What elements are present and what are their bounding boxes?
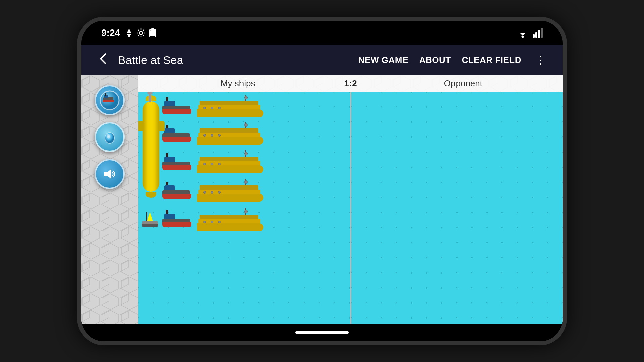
status-icons [125, 28, 156, 38]
svg-line-10 [138, 35, 139, 36]
time-display: 9:24 [101, 27, 120, 38]
about-button[interactable]: ABOUT [419, 55, 451, 65]
tugboat-1 [162, 97, 196, 117]
my-ships-board[interactable] [138, 92, 351, 324]
svg-marker-14 [520, 33, 525, 36]
svg-line-7 [138, 30, 139, 31]
warship-1 [197, 95, 264, 119]
svg-point-16 [522, 36, 524, 38]
settings-icon [136, 28, 146, 38]
wifi-icon [517, 28, 529, 38]
submarine-vertical [142, 95, 160, 209]
warship-5 [197, 208, 264, 233]
tugboat-3 [162, 153, 196, 173]
main-content: My ships 1:2 Opponent [81, 75, 563, 324]
ship-icon-1 [99, 90, 120, 111]
ship-selector-btn-2[interactable] [95, 122, 125, 152]
menu-items: NEW GAME ABOUT CLEAR FIELD ⋮ [358, 52, 549, 68]
side-button-power [77, 71, 80, 75]
app-title: Battle at Sea [118, 54, 352, 67]
more-button[interactable]: ⋮ [532, 52, 549, 68]
my-ships-label: My ships [138, 78, 337, 89]
svg-marker-32 [104, 169, 111, 179]
warship-3 [197, 150, 264, 175]
score-header: My ships 1:2 Opponent [138, 75, 563, 92]
sidebar [81, 75, 138, 324]
tugboat-5 [162, 210, 196, 230]
battery-icon [149, 28, 156, 38]
warship-4 [197, 179, 264, 203]
power-button[interactable] [564, 108, 567, 135]
svg-marker-0 [127, 29, 131, 33]
svg-marker-1 [127, 34, 131, 38]
svg-line-9 [143, 30, 144, 31]
opponent-board[interactable] [351, 92, 563, 324]
phone-frame: 9:24 [77, 17, 567, 345]
svg-rect-20 [541, 28, 543, 38]
nav-indicator [295, 331, 349, 334]
tugboat-2 [162, 125, 196, 145]
opponent-label: Opponent [364, 78, 563, 89]
svg-rect-19 [538, 30, 540, 38]
back-button[interactable] [95, 49, 111, 71]
svg-rect-17 [533, 34, 535, 38]
sound-icon [101, 166, 118, 182]
status-left: 9:24 [101, 27, 156, 38]
warship-2 [197, 122, 264, 146]
svg-point-2 [139, 31, 143, 35]
ship-icon-2 [101, 129, 118, 145]
app-bar: Battle at Sea NEW GAME ABOUT CLEAR FIELD… [81, 45, 563, 75]
svg-rect-13 [150, 30, 155, 36]
score-display: 1:2 [337, 78, 364, 89]
svg-rect-12 [151, 28, 154, 30]
svg-line-8 [143, 35, 144, 36]
clear-field-button[interactable]: CLEAR FIELD [462, 55, 521, 65]
data-icon [125, 28, 133, 38]
game-area: My ships 1:2 Opponent [138, 75, 563, 324]
board-dots-right [351, 92, 563, 324]
new-game-button[interactable]: NEW GAME [358, 55, 409, 65]
bottom-bar [81, 324, 563, 341]
svg-rect-28 [103, 100, 114, 102]
svg-rect-29 [105, 93, 106, 96]
ship-selector-btn-1[interactable] [95, 85, 125, 115]
sailboat [142, 212, 160, 230]
status-bar: 9:24 [81, 21, 563, 45]
signal-icon [533, 28, 543, 38]
network-icons [517, 28, 543, 38]
boards-container [138, 92, 563, 324]
sound-button[interactable] [95, 159, 125, 189]
volume-down-button[interactable] [77, 128, 80, 146]
tugboat-4 [162, 182, 196, 202]
svg-rect-18 [535, 32, 537, 38]
volume-up-button[interactable] [77, 105, 80, 123]
